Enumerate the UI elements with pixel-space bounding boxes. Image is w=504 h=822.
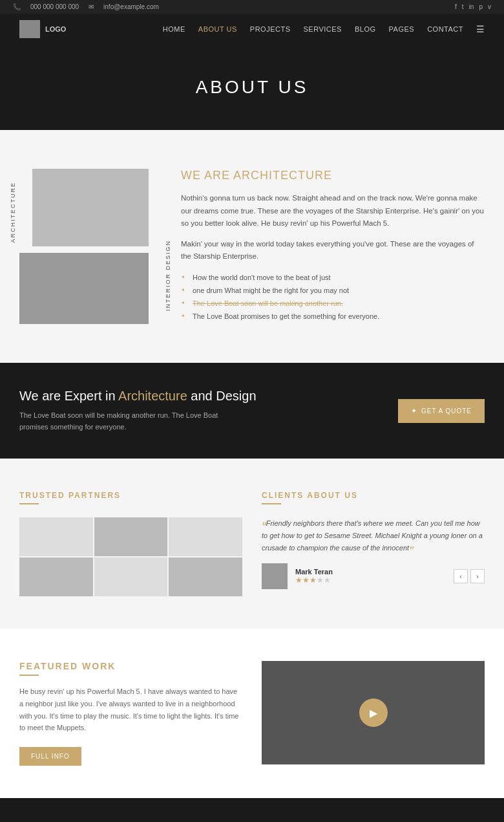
email-address: info@example.com — [103, 3, 159, 10]
expert-section: We are Expert in Architecture and Design… — [0, 363, 504, 459]
top-bar: 📞 000 000 000 000 ✉ info@example.com f t… — [0, 0, 504, 14]
social-linkedin[interactable]: in — [469, 3, 474, 10]
clients-underline — [262, 503, 281, 504]
footer: FOLLOW US They call him Flipper Flipper … — [0, 798, 504, 822]
nav-contact[interactable]: CONTACT — [427, 25, 463, 33]
nav-pages[interactable]: PAGES — [389, 25, 415, 33]
partner-5 — [94, 557, 168, 596]
social-facebook[interactable]: f — [455, 3, 457, 10]
clients-section: CLIENTS ABOUT US Friendly neighbors ther… — [262, 491, 485, 596]
featured-title: FEATURED WORK — [19, 661, 242, 671]
partners-underline — [19, 503, 39, 504]
expert-heading: We are Expert in Architecture and Design — [19, 389, 257, 404]
social-pinterest[interactable]: p — [479, 3, 483, 10]
testimonial-prev[interactable]: ‹ — [454, 569, 468, 583]
nav-projects[interactable]: PROJECTS — [250, 25, 291, 33]
interior-label: INTERIOR DESIGN — [165, 240, 171, 311]
email-icon: ✉ — [89, 3, 94, 10]
testimonial-next[interactable]: › — [470, 569, 485, 583]
about-para2: Makin' your way in the world today takes… — [181, 238, 485, 263]
clients-title: CLIENTS ABOUT US — [262, 491, 485, 500]
full-info-button[interactable]: FULL INFO — [19, 747, 81, 766]
top-bar-social: f t in p v — [455, 3, 491, 10]
top-bar-left: 📞 000 000 000 000 ✉ info@example.com — [13, 3, 159, 10]
star-rating: ★★★★★ — [295, 576, 333, 585]
get-quote-button[interactable]: ✦ GET A QUOTE — [398, 399, 485, 423]
author-info: Mark Teran ★★★★★ — [295, 568, 333, 585]
main-nav: HOME ABOUT US PROJECTS SERVICES BLOG PAG… — [163, 24, 485, 34]
about-image-top — [32, 169, 149, 246]
nav-services[interactable]: SERVICES — [304, 25, 342, 33]
architecture-label: ARCHITECTURE — [10, 182, 16, 243]
about-section: ARCHITECTURE INTERIOR DESIGN WE ARE ARCH… — [0, 130, 504, 363]
about-image-bottom — [19, 253, 149, 324]
header: LOGO HOME ABOUT US PROJECTS SERVICES BLO… — [0, 14, 504, 45]
nav-about[interactable]: ABOUT US — [198, 25, 237, 33]
about-para1: Nothin's gonna turn us back now. Straigh… — [181, 192, 485, 230]
check-item-2: one drum What might be the right for you… — [181, 284, 485, 297]
testimonial-nav: ‹ › — [454, 569, 485, 583]
logo-text: LOGO — [45, 25, 66, 33]
logo: LOGO — [19, 20, 66, 38]
author-name: Mark Teran — [295, 568, 333, 576]
play-button[interactable]: ▶ — [359, 698, 388, 727]
author-avatar — [262, 563, 288, 589]
quote-icon: ✦ — [411, 407, 417, 415]
testimonial-author: Mark Teran ★★★★★ ‹ › — [262, 563, 485, 589]
partner-2 — [94, 517, 168, 556]
check-item-4: The Love Boat promises to get the someth… — [181, 310, 485, 323]
expert-heading-end: and Design — [191, 389, 256, 403]
expert-text: We are Expert in Architecture and Design… — [19, 389, 257, 433]
about-heading: WE ARE ARCHITECTURE — [181, 169, 485, 182]
about-content: WE ARE ARCHITECTURE Nothin's gonna turn … — [181, 169, 485, 323]
featured-para: He busy revin' up his Powerful Mach 5. I… — [19, 686, 242, 734]
nav-home[interactable]: HOME — [163, 25, 185, 33]
featured-section: FEATURED WORK He busy revin' up his Powe… — [0, 629, 504, 798]
check-item-1: How the world don't move to the beat of … — [181, 271, 485, 284]
phone-icon: 📞 — [13, 3, 21, 10]
expert-heading-gold: Architecture — [118, 389, 187, 403]
social-twitter[interactable]: t — [462, 3, 464, 10]
partners-section: TRUSTED PARTNERS — [19, 491, 242, 596]
partner-3 — [169, 517, 242, 556]
featured-video[interactable]: ▶ — [262, 661, 485, 764]
quote-btn-label: GET A QUOTE — [421, 407, 472, 415]
logo-image — [19, 20, 40, 38]
about-images: ARCHITECTURE INTERIOR DESIGN — [19, 169, 162, 324]
partners-grid — [19, 517, 242, 596]
partners-title: TRUSTED PARTNERS — [19, 491, 242, 500]
partner-1 — [19, 517, 93, 556]
phone-number: 000 000 000 000 — [30, 3, 79, 10]
expert-heading-plain: We are Expert in — [19, 389, 116, 403]
about-checklist: How the world don't move to the beat of … — [181, 271, 485, 323]
testimonial-text: Friendly neighbors there that's where we… — [262, 517, 485, 554]
featured-underline — [19, 675, 39, 676]
nav-blog[interactable]: BLOG — [355, 25, 376, 33]
hero-section: ABOUT US — [0, 45, 504, 130]
partner-4 — [19, 557, 93, 596]
page-title: ABOUT US — [13, 77, 491, 98]
check-item-3: The Love Boat soon will be making anothe… — [181, 297, 485, 310]
featured-left: FEATURED WORK He busy revin' up his Powe… — [19, 661, 242, 766]
social-vimeo[interactable]: v — [488, 3, 491, 10]
partners-clients-section: TRUSTED PARTNERS CLIENTS ABOUT US Friend… — [0, 459, 504, 629]
partner-6 — [169, 557, 242, 596]
expert-para: The Love Boat soon will be making anothe… — [19, 410, 239, 433]
hamburger-icon[interactable]: ☰ — [476, 24, 485, 34]
